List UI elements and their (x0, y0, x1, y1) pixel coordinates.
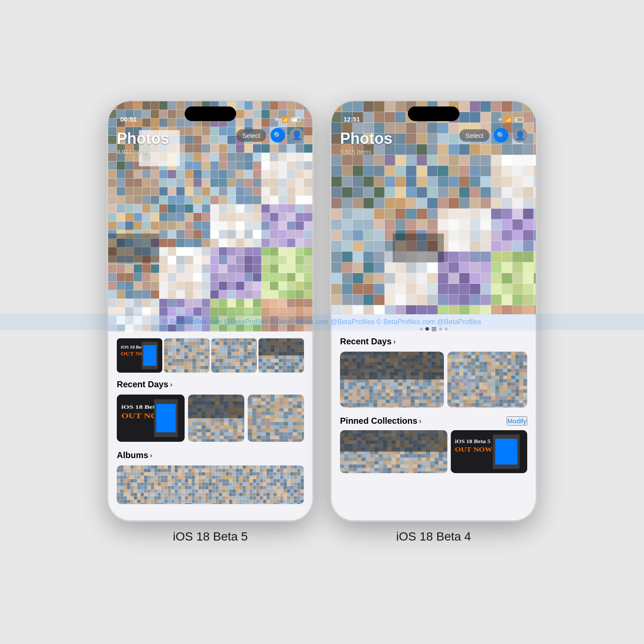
phone2-avatar-button[interactable]: 👤 (513, 128, 527, 143)
phone1-recent-thumb-3[interactable] (248, 395, 304, 442)
phone1-avatar-icon: 👤 (292, 130, 302, 140)
phone1-bottom-content: Recent Days › (108, 331, 313, 520)
phone1-airplane-icon: ✈ (274, 116, 279, 123)
phone1-app-canvas-3 (211, 338, 257, 373)
phone2-search-icon: 🔍 (497, 131, 505, 140)
phone1-app-strip (117, 338, 304, 373)
phone1-column: 00:51 ✈ 📶 Photos (107, 100, 313, 544)
phone2-pinned-title: Pinned Collections › (340, 416, 421, 426)
pager-dot-4 (445, 328, 448, 331)
phone1-albums-thumb[interactable] (117, 465, 304, 504)
phone1-app-thumb-1 (117, 338, 162, 373)
phone2-recent-canvas-1 (340, 352, 444, 407)
phone2-pinned-label: Pinned Collections (340, 416, 417, 426)
phone2-status-icons: ✈ 📶 (498, 116, 524, 123)
phone2-recent-canvas-2 (447, 352, 527, 407)
phone1-app-canvas-1 (117, 338, 162, 373)
phone2-pinned-chevron: › (419, 417, 421, 425)
phone1-albums-chevron: › (150, 452, 152, 459)
phone2-pinned-row (340, 430, 527, 473)
phone1-album-canvas (117, 465, 304, 504)
phone1-battery-fill (292, 118, 298, 121)
phone2-modify-button[interactable]: Modify (507, 416, 527, 425)
phone1-app-canvas-2 (164, 338, 210, 373)
comparison-container: 00:51 ✈ 📶 Photos (90, 83, 554, 561)
phone1-recent-days-chevron: › (170, 381, 172, 389)
phone2-avatar-icon: 👤 (515, 130, 526, 140)
phone2-recent-days-chevron: › (393, 338, 395, 346)
phone2-search-button[interactable]: 🔍 (494, 128, 508, 143)
phone2-recent-thumb-1[interactable] (340, 352, 444, 407)
phone1-label: iOS 18 Beta 5 (173, 530, 248, 544)
pager-dot-grid: ⊞ (431, 325, 437, 332)
phone1-app-thumb-3 (211, 338, 257, 373)
phone1-search-button[interactable]: 🔍 (270, 128, 285, 143)
phone1-app-thumb-2 (164, 338, 210, 373)
phone2-bottom-content: ⊞ Recent Days › (331, 314, 536, 520)
phone1-recent-thumb-1[interactable] (117, 395, 185, 442)
phone1-photos-content: 00:51 ✈ 📶 Photos (108, 101, 313, 520)
phone1-recent-days-label: Recent Days (117, 380, 168, 389)
phone2-select-button[interactable]: Select (459, 129, 489, 142)
phone2-recent-days-label: Recent Days (340, 337, 392, 346)
phone1-recent-days-title: Recent Days › (117, 380, 304, 389)
phone2-column: 12:51 ✈ 📶 Photos (331, 100, 537, 544)
phone1-status-icons: ✈ 📶 (274, 116, 301, 123)
phone2-toolbar: Select 🔍 👤 (459, 128, 527, 143)
phone2-count: 9,915 Items (340, 149, 527, 155)
phone2-dynamic-island (408, 106, 459, 121)
phone1-recent-canvas-1 (117, 395, 185, 442)
phone1-albums-section: Albums › (117, 450, 304, 504)
phone1-search-icon: 🔍 (273, 131, 282, 140)
phone2-battery-body (514, 117, 524, 122)
phone2-pinned-thumb-1[interactable] (340, 430, 447, 473)
phone2-label: iOS 18 Beta 4 (396, 530, 471, 544)
phone2-pinned-header: Pinned Collections › Modify (340, 416, 527, 426)
phone1-recent-thumb-2[interactable] (188, 395, 244, 442)
phone2-frame: 12:51 ✈ 📶 Photos (331, 100, 537, 521)
phone2-pinned-canvas-1 (340, 430, 447, 473)
phone2-pinned-canvas-2 (451, 430, 527, 473)
phone1-battery-body (291, 117, 301, 122)
pager-dot-1 (420, 328, 423, 331)
phone2-airplane-icon: ✈ (498, 116, 502, 123)
phone1-inner: 00:51 ✈ 📶 Photos (108, 101, 313, 520)
phone1-select-button[interactable]: Select (236, 129, 266, 142)
phone2-recent-thumb-2[interactable] (447, 352, 527, 407)
phone1-recent-days-row (117, 395, 304, 442)
phone2-wifi-icon: 📶 (505, 116, 512, 123)
phone2-battery-fill (516, 118, 517, 121)
phone1-wifi-icon: 📶 (282, 116, 289, 123)
phone1-frame: 00:51 ✈ 📶 Photos (107, 100, 313, 521)
phone1-app-thumb-4 (258, 338, 304, 373)
phone1-recent-canvas-2 (188, 395, 244, 442)
phone2-time: 12:51 (343, 115, 360, 123)
phone2-inner: 12:51 ✈ 📶 Photos (331, 101, 536, 520)
phone1-recent-canvas-3 (248, 395, 304, 442)
phone1-app-canvas-4 (258, 338, 304, 373)
phone1-time: 00:51 (120, 115, 137, 123)
phone1-battery-icon (291, 117, 301, 122)
phone1-albums-label: Albums (117, 450, 148, 460)
phone2-battery-icon (514, 117, 524, 122)
phone2-pager-dots: ⊞ (340, 321, 527, 337)
phone1-dynamic-island (185, 106, 236, 121)
pager-dot-3 (439, 328, 442, 331)
phone1-albums-title: Albums › (117, 450, 304, 460)
phone2-recent-days-row (340, 352, 527, 407)
phone2-recent-days-title: Recent Days › (340, 337, 527, 346)
phone2-photos-content: 12:51 ✈ 📶 Photos (331, 101, 536, 520)
pager-dot-2 (425, 327, 429, 331)
phone2-pinned-thumb-2[interactable] (451, 430, 527, 473)
phone1-toolbar: Select 🔍 👤 (236, 128, 304, 143)
phone1-count: 9,911 Items (117, 149, 304, 155)
phone1-avatar-button[interactable]: 👤 (289, 128, 304, 143)
